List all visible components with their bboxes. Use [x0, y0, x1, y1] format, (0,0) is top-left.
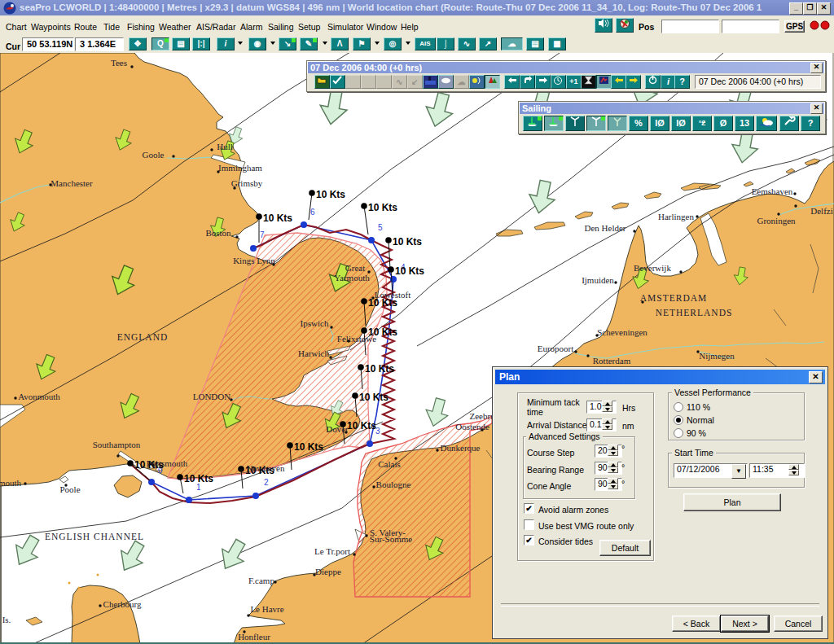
- svg-text:Tees: Tees: [111, 58, 127, 68]
- svg-text:Rotterdam: Rotterdam: [593, 356, 631, 366]
- svg-text:Ijmuiden: Ijmuiden: [582, 275, 614, 285]
- svg-text:Poole: Poole: [59, 484, 80, 494]
- svg-text:Sur-Somme: Sur-Somme: [370, 534, 412, 544]
- svg-text:Den Helder: Den Helder: [584, 223, 626, 233]
- svg-text:Manchester: Manchester: [50, 178, 93, 188]
- svg-text:Grimsby: Grimsby: [231, 178, 263, 188]
- svg-text:Yarmouth: Yarmouth: [334, 273, 370, 283]
- svg-text:Goole: Goole: [143, 150, 165, 160]
- svg-text:Cherbourg: Cherbourg: [103, 599, 142, 609]
- svg-text:7: 7: [260, 230, 265, 239]
- svg-text:10 Kts: 10 Kts: [347, 420, 376, 432]
- svg-text:10 Kts: 10 Kts: [316, 189, 345, 200]
- svg-text:10 Kts: 10 Kts: [365, 363, 394, 375]
- svg-text:Europoort: Europoort: [538, 344, 574, 353]
- svg-text:2: 2: [264, 478, 269, 487]
- svg-text:AMSTERDAM: AMSTERDAM: [640, 293, 707, 303]
- svg-text:Groningen: Groningen: [757, 216, 796, 226]
- svg-text:Southampton: Southampton: [93, 440, 141, 449]
- svg-text:Is.: Is.: [2, 615, 11, 624]
- svg-text:10 Kts: 10 Kts: [294, 441, 323, 453]
- svg-text:Boulogne: Boulogne: [376, 480, 411, 489]
- svg-text:Le Havre: Le Havre: [250, 604, 283, 614]
- svg-text:Kings Lynn: Kings Lynn: [233, 256, 275, 265]
- svg-text:Harlingen: Harlingen: [658, 212, 694, 221]
- svg-text:mouth: mouth: [0, 478, 22, 488]
- svg-text:10 Kts: 10 Kts: [359, 392, 388, 403]
- svg-text:Harwich: Harwich: [298, 348, 329, 358]
- svg-text:Hull: Hull: [217, 142, 233, 151]
- svg-text:10 Kts: 10 Kts: [393, 236, 422, 248]
- svg-text:Ipswich: Ipswich: [301, 318, 329, 328]
- svg-text:Le Tr.port: Le Tr.port: [314, 546, 350, 556]
- svg-text:F.camp: F.camp: [248, 576, 274, 585]
- svg-text:Nijmegen: Nijmegen: [699, 351, 735, 361]
- svg-text:10 Kts: 10 Kts: [395, 265, 424, 277]
- svg-text:Great: Great: [345, 263, 365, 273]
- svg-text:10 Kts: 10 Kts: [184, 473, 213, 484]
- svg-text:Calais: Calais: [378, 459, 401, 469]
- svg-text:Avonmouth: Avonmouth: [18, 392, 60, 401]
- svg-text:LONDON: LONDON: [193, 392, 230, 401]
- svg-text:10 Kts: 10 Kts: [368, 202, 397, 213]
- svg-text:Eemshaven: Eemshaven: [752, 186, 793, 196]
- svg-text:Delfzi: Delfzi: [810, 206, 832, 216]
- svg-text:Scheveningen: Scheveningen: [597, 327, 647, 337]
- svg-text:Felixstowe: Felixstowe: [337, 334, 376, 344]
- svg-text:Honfleur: Honfleur: [238, 632, 270, 642]
- svg-text:Immingham: Immingham: [218, 163, 262, 173]
- svg-text:10 Kts: 10 Kts: [263, 212, 292, 224]
- svg-text:NETHERLANDS: NETHERLANDS: [656, 308, 733, 318]
- svg-text:6: 6: [310, 208, 315, 217]
- svg-text:Portsmouth: Portsmouth: [147, 458, 188, 468]
- svg-text:ENGLAND: ENGLAND: [117, 332, 169, 342]
- svg-text:Dieppe: Dieppe: [315, 567, 341, 576]
- svg-text:Oostende: Oostende: [455, 422, 489, 432]
- svg-text:Newhaven: Newhaven: [246, 463, 285, 473]
- svg-text:Beverwijk: Beverwijk: [634, 263, 671, 273]
- svg-text:Boston: Boston: [205, 228, 231, 238]
- svg-text:Dunkerque: Dunkerque: [441, 443, 481, 453]
- svg-text:Lowestoft: Lowestoft: [375, 290, 411, 300]
- svg-text:ENGLISH CHANNEL: ENGLISH CHANNEL: [45, 532, 144, 541]
- svg-text:5: 5: [378, 223, 383, 232]
